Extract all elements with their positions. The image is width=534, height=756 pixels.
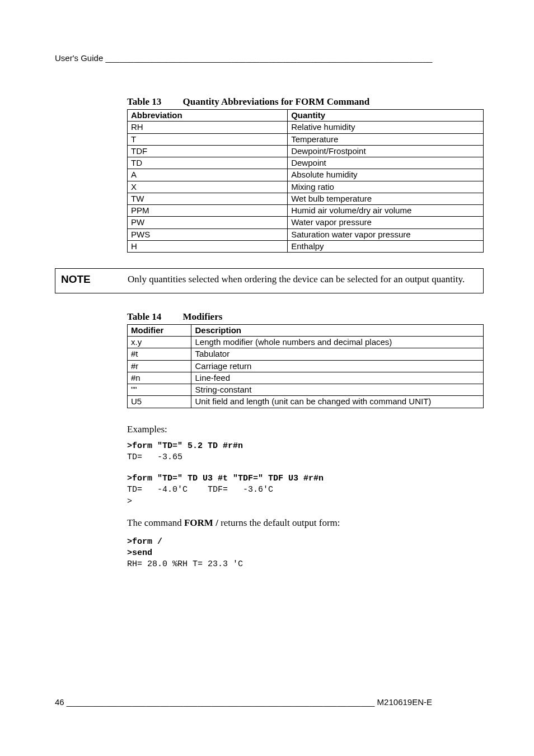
table-cell: A xyxy=(128,169,288,181)
table-row: U5Unit field and length (unit can be cha… xyxy=(128,396,484,408)
table-cell: TW xyxy=(128,193,288,204)
table-cell: TD xyxy=(128,157,288,169)
table-cell: Unit field and length (unit can be chang… xyxy=(191,396,484,408)
examples-heading: Examples: xyxy=(127,424,484,435)
table-cell: Humid air volume/dry air volume xyxy=(288,205,484,217)
note-label: NOTE xyxy=(61,273,114,286)
table-cell: #t xyxy=(128,348,191,360)
table-header-row: Abbreviation Quantity xyxy=(128,110,484,122)
table-row: AAbsolute humidity xyxy=(128,169,484,181)
table-cell: Mixing ratio xyxy=(288,181,484,193)
table-row: #tTabulator xyxy=(128,348,484,360)
table-row: PWWater vapor pressure xyxy=(128,217,484,228)
page-footer: 46 _____________________________________… xyxy=(55,697,484,707)
table-cell: Tabulator xyxy=(191,348,484,360)
table-cell: Wet bulb temperature xyxy=(288,193,484,204)
code-block-3: >form / >send RH= 28.0 %RH T= 23.3 'C xyxy=(127,536,484,571)
table-cell: x.y xyxy=(128,337,191,348)
code-cmd: >send xyxy=(127,548,152,558)
table-row: ""String-constant xyxy=(128,384,484,396)
table-cell: "" xyxy=(128,384,191,396)
table-cell: RH xyxy=(128,122,288,133)
table14-caption-title: Modifiers xyxy=(183,311,223,322)
note-body: Only quantities selected when ordering t… xyxy=(128,273,465,286)
table14-header-modifier: Modifier xyxy=(128,324,191,336)
table13-caption: Table 13 Quantity Abbreviations for FORM… xyxy=(127,96,484,108)
table13-header-abbrev: Abbreviation xyxy=(128,110,288,122)
table-cell: #n xyxy=(128,372,191,384)
table14-header-description: Description xyxy=(191,324,484,336)
table13-caption-num: Table 13 xyxy=(127,96,161,107)
table-row: TDDewpoint xyxy=(128,157,484,169)
table-cell: Carriage return xyxy=(191,360,484,372)
mid-paragraph: The command FORM / returns the default o… xyxy=(127,517,484,529)
table-header-row: Modifier Description xyxy=(128,324,484,336)
table-cell: Dewpoint xyxy=(288,157,484,169)
code-cmd: >form / xyxy=(127,537,162,547)
table-row: #rCarriage return xyxy=(128,360,484,372)
table-cell: H xyxy=(128,240,288,252)
code-block-1: >form "TD=" 5.2 TD #r#n TD= -3.65 xyxy=(127,441,484,464)
table-cell: U5 xyxy=(128,396,191,408)
table-cell: String-constant xyxy=(191,384,484,396)
table-row: PWSSaturation water vapor pressure xyxy=(128,228,484,240)
table-cell: Temperature xyxy=(288,133,484,145)
table-row: x.yLength modifier (whole numbers and de… xyxy=(128,337,484,348)
table-cell: Line-feed xyxy=(191,372,484,384)
table-row: XMixing ratio xyxy=(128,181,484,193)
doc-id: M210619EN-E xyxy=(374,697,432,707)
table-row: TDFDewpoint/Frostpoint xyxy=(128,145,484,157)
table-cell: T xyxy=(128,133,288,145)
table-cell: PW xyxy=(128,217,288,228)
table14-caption: Table 14 Modifiers xyxy=(127,311,484,323)
code-output: TD= -3.65 xyxy=(127,452,182,462)
table14-caption-num: Table 14 xyxy=(127,311,161,322)
mid-text-bold: FORM / xyxy=(184,517,218,528)
code-cmd: >form "TD=" 5.2 TD #r#n xyxy=(127,441,243,451)
table-cell: Dewpoint/Frostpoint xyxy=(288,145,484,157)
table-cell: Saturation water vapor pressure xyxy=(288,228,484,240)
page-number: 46 _____________________________________… xyxy=(55,697,374,707)
code-block-2: >form "TD=" TD U3 #t "TDF=" TDF U3 #r#n … xyxy=(127,473,484,507)
table-cell: TDF xyxy=(128,145,288,157)
mid-text-post: returns the default output form: xyxy=(218,517,340,528)
table14: Modifier Description x.yLength modifier … xyxy=(127,324,484,408)
table13-caption-title: Quantity Abbreviations for FORM Command xyxy=(183,96,370,107)
table-row: HEnthalpy xyxy=(128,240,484,252)
table-cell: PPM xyxy=(128,205,288,217)
table-row: TWWet bulb temperature xyxy=(128,193,484,204)
code-output: RH= 28.0 %RH T= 23.3 'C xyxy=(127,559,243,569)
table-cell: Length modifier (whole numbers and decim… xyxy=(191,337,484,348)
table-cell: Enthalpy xyxy=(288,240,484,252)
table-cell: Absolute humidity xyxy=(288,169,484,181)
table-row: TTemperature xyxy=(128,133,484,145)
table-row: PPMHumid air volume/dry air volume xyxy=(128,205,484,217)
running-header: User's Guide ___________________________… xyxy=(55,53,484,63)
code-cmd: >form "TD=" TD U3 #t "TDF=" TDF U3 #r#n xyxy=(127,474,324,483)
note-box: NOTE Only quantities selected when order… xyxy=(55,268,484,293)
table-cell: PWS xyxy=(128,228,288,240)
table-cell: X xyxy=(128,181,288,193)
mid-text-pre: The command xyxy=(127,517,184,528)
table-cell: Water vapor pressure xyxy=(288,217,484,228)
table-row: #nLine-feed xyxy=(128,372,484,384)
table-cell: #r xyxy=(128,360,191,372)
table13: Abbreviation Quantity RHRelative humidit… xyxy=(127,109,484,253)
table-cell: Relative humidity xyxy=(288,122,484,133)
code-output: TD= -4.0'C TDF= -3.6'C > xyxy=(127,485,273,506)
table13-header-quantity: Quantity xyxy=(288,110,484,122)
table-row: RHRelative humidity xyxy=(128,122,484,133)
